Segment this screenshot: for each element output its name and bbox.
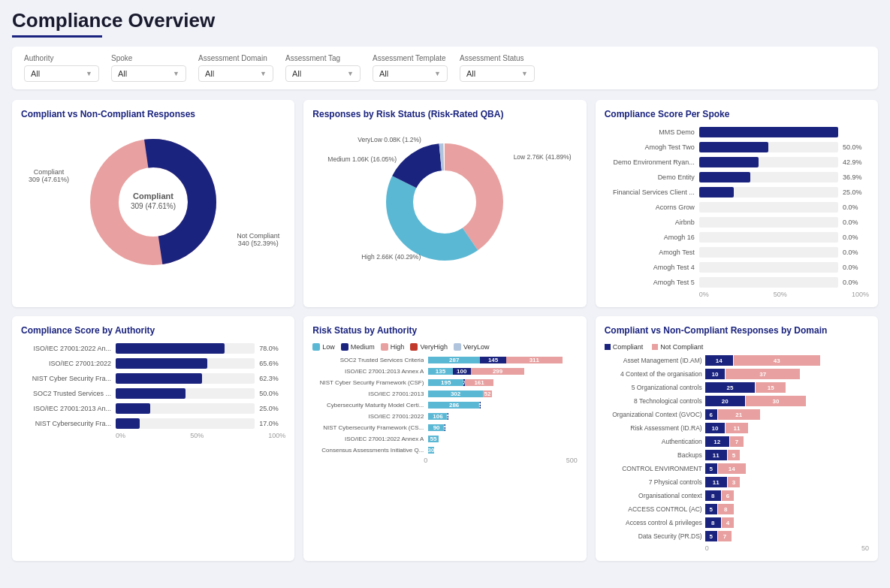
bar-label: ISO/IEC 27001:2013 — [312, 390, 424, 397]
legend-item: Not Compliant — [652, 343, 703, 351]
svg-text:309 (47.61%): 309 (47.61%) — [131, 202, 176, 210]
bar-track — [116, 373, 255, 384]
legend-item: Low — [312, 343, 335, 351]
risk-seg-high: 299 — [471, 368, 525, 375]
score-authority-title: Compliance Score by Authority — [21, 325, 285, 336]
bar-fill — [116, 358, 207, 369]
compliant-seg: 11 — [705, 477, 727, 487]
score-per-spoke-chart: MMS Demo Amogh Test Two 50.0% Demo Envir… — [605, 127, 869, 288]
assessment-tag-select[interactable]: All ▼ — [285, 65, 361, 82]
bar-label: MMS Demo — [605, 128, 695, 136]
list-item: Cybersecurity Maturity Model Certi... 28… — [312, 402, 577, 409]
bar-label: Consensus Assessments Initiative Q... — [312, 447, 424, 454]
bar-value: 25.0% — [843, 188, 869, 196]
list-item: Consensus Assessments Initiative Q... 30 — [312, 447, 577, 454]
assessment-domain-select[interactable]: All ▼ — [198, 65, 273, 82]
verylow-label: VeryLow 0.08K (1.2%) — [358, 136, 421, 143]
bar-fill — [116, 418, 140, 429]
bar-track — [699, 127, 838, 137]
list-item: ACCESS CONTROL (AC) 5 8 — [605, 504, 869, 514]
list-item: Amogh Test 0.0% — [605, 247, 869, 258]
bar-label: ISO/IEC 27001:2022 — [21, 360, 111, 367]
noncompliant-seg: 11 — [726, 423, 747, 433]
assessment-status-label: Assessment Status — [460, 54, 535, 62]
bar-label: Airbnb — [605, 219, 695, 226]
bar-label: Amogh Test Two — [605, 143, 695, 151]
bar-label: Amogh Test — [605, 249, 695, 256]
svg-point-8 — [415, 172, 475, 232]
chevron-down-icon: ▼ — [173, 70, 180, 77]
list-item: Airbnb 0.0% — [605, 217, 869, 228]
domain-label: Asset Management (ID.AM) — [605, 357, 702, 364]
noncompliant-seg: 30 — [746, 396, 806, 406]
noncompliant-seg: 5 — [728, 450, 740, 460]
domain-legend: CompliantNot Compliant — [605, 343, 869, 351]
list-item: Data Security (PR.DS) 5 7 — [605, 531, 869, 541]
assessment-status-value: All — [466, 69, 475, 78]
risk-bar-track: 55 — [428, 436, 438, 442]
noncompliant-seg: 4 — [722, 517, 734, 528]
chevron-down-icon: ▼ — [521, 70, 528, 77]
page-container: Compliance Overview Authority All ▼ Spok… — [0, 0, 890, 570]
bar-label: NIST Cyber Security Fra... — [21, 375, 111, 382]
list-item: Financial Services Client ... 25.0% — [605, 187, 869, 198]
bar-track — [699, 217, 838, 228]
bar-value: 0.0% — [843, 264, 869, 271]
compliant-seg: 6 — [705, 409, 717, 420]
bar-track — [116, 418, 255, 429]
legend-label: High — [391, 343, 405, 351]
assessment-tag-filter: Assessment Tag All ▼ — [285, 54, 361, 82]
domain-bar-group: 11 3 — [705, 477, 740, 487]
bar-label: Demo Environment Ryan... — [605, 158, 695, 166]
domain-bar-group: 25 15 — [705, 382, 786, 393]
legend-color — [312, 343, 320, 351]
bar-label: ISO/IEC 27001:2013 Annex A — [312, 368, 424, 375]
list-item: Risk Assessment (ID.RA) 10 11 — [605, 423, 869, 433]
compliant-seg: 10 — [705, 369, 726, 379]
noncompliant-seg: 37 — [726, 369, 800, 379]
domain-bar-group: 20 30 — [705, 396, 806, 406]
bar-value: 50.0% — [259, 390, 285, 397]
bar-label: ISO/IEC 27001:2022 An... — [21, 345, 111, 352]
legend-item: Compliant — [605, 343, 644, 351]
compliant-seg: 5 — [705, 504, 717, 514]
list-item: 8 Technological controls 20 30 — [605, 396, 869, 406]
risk-status-donut-title: Responses by Risk Status (Risk-Rated QBA… — [312, 109, 577, 119]
legend-color — [341, 343, 348, 351]
compliant-seg: 14 — [705, 355, 733, 366]
legend-item: VeryLow — [454, 343, 490, 351]
legend-color — [652, 344, 658, 350]
score-per-spoke-title: Compliance Score Per Spoke — [605, 109, 869, 119]
domain-bar-group: 5 8 — [705, 504, 734, 514]
assessment-status-select[interactable]: All ▼ — [460, 65, 535, 82]
bar-track — [699, 172, 838, 182]
bar-label: Financial Services Client ... — [605, 188, 695, 196]
bar-label: Acorns Grow — [605, 204, 695, 211]
authority-filter: Authority All ▼ — [24, 54, 99, 82]
spoke-select[interactable]: All ▼ — [111, 65, 186, 82]
bar-value: 25.0% — [259, 405, 285, 412]
domain-label: Organizational Context (GVOC) — [605, 411, 702, 418]
bar-track — [116, 403, 255, 414]
risk-bar-track: 1065 — [428, 413, 448, 420]
list-item: Organizational Context (GVOC) 6 21 — [605, 409, 869, 420]
risk-seg-low: 287 — [428, 357, 480, 363]
assessment-domain-filter: Assessment Domain All ▼ — [198, 54, 273, 82]
risk-status-donut-card: Responses by Risk Status (Risk-Rated QBA… — [303, 100, 586, 307]
noncompliant-label: Not Compliant 340 (52.39%) — [237, 232, 279, 247]
legend-color — [605, 344, 611, 350]
assessment-template-select[interactable]: All ▼ — [373, 65, 448, 82]
list-item: ISO/IEC 27001:2022 Annex A 55 — [312, 436, 577, 442]
list-item: 7 Physical controls 11 3 — [605, 477, 869, 487]
legend-label: VeryLow — [463, 343, 490, 351]
bar-fill — [699, 172, 750, 182]
list-item: Amogh Test 4 0.0% — [605, 262, 869, 273]
risk-seg-low: 106 — [428, 413, 447, 420]
bar-value: 0.0% — [843, 279, 869, 286]
authority-select[interactable]: All ▼ — [24, 65, 99, 82]
noncompliant-seg: 14 — [718, 463, 746, 474]
chevron-down-icon: ▼ — [434, 70, 441, 77]
list-item: ISO/IEC 27001:2022 An... 78.0% — [21, 343, 285, 354]
filter-bar: Authority All ▼ Spoke All ▼ Assessment D… — [12, 47, 878, 89]
risk-bar-track: 135100299 — [428, 368, 524, 375]
